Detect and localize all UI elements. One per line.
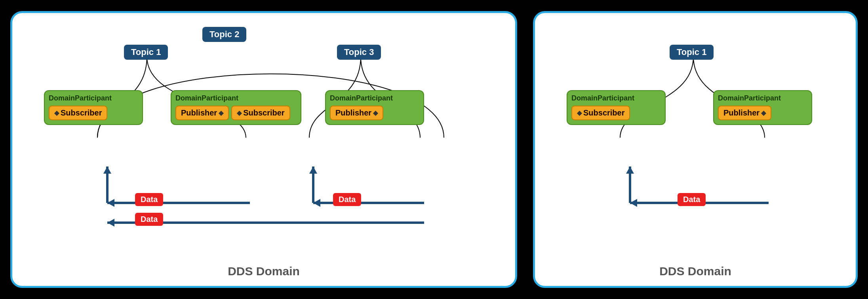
svg-marker-13 xyxy=(626,167,634,174)
right-dp1: DomainParticipant Subscriber xyxy=(567,90,666,125)
left-dp1-label: DomainParticipant xyxy=(49,94,138,102)
left-domain-label: DDS Domain xyxy=(228,261,300,278)
right-domain-box: Topic 1 DomainParticipant Subscriber Dom… xyxy=(533,11,858,288)
left-topic2: Topic 2 xyxy=(202,27,246,42)
main-container: Topic 2 Topic 1 Topic 3 DomainParticipan… xyxy=(0,0,868,299)
left-dp3-label: DomainParticipant xyxy=(330,94,419,102)
left-data3: Data xyxy=(333,193,361,206)
svg-marker-3 xyxy=(107,219,114,227)
right-topic1: Topic 1 xyxy=(670,45,714,60)
left-domain-box: Topic 2 Topic 1 Topic 3 DomainParticipan… xyxy=(10,11,517,288)
right-dp2-label: DomainParticipant xyxy=(718,94,807,102)
left-dp2-subscriber: Subscriber xyxy=(231,106,290,120)
left-dp2: DomainParticipant Publisher Subscriber xyxy=(171,90,301,125)
left-dp1: DomainParticipant Subscriber xyxy=(44,90,143,125)
right-dp2-publisher: Publisher xyxy=(718,106,771,120)
left-topic3: Topic 3 xyxy=(337,45,381,60)
svg-marker-5 xyxy=(313,199,320,207)
left-dp3-publisher: Publisher xyxy=(330,106,383,120)
right-dp1-subscriber: Subscriber xyxy=(571,106,630,120)
left-dp3: DomainParticipant Publisher xyxy=(325,90,424,125)
left-svg-overlay xyxy=(20,21,507,261)
svg-marker-9 xyxy=(309,167,317,174)
right-domain-label: DDS Domain xyxy=(659,261,731,278)
left-diagram-area: Topic 2 Topic 1 Topic 3 DomainParticipan… xyxy=(20,21,507,261)
svg-marker-1 xyxy=(107,199,114,207)
right-dp2: DomainParticipant Publisher xyxy=(713,90,812,125)
svg-marker-11 xyxy=(630,199,637,207)
right-data1: Data xyxy=(678,193,706,206)
right-dp1-label: DomainParticipant xyxy=(571,94,661,102)
left-data1: Data xyxy=(135,193,163,206)
left-dp1-subscriber: Subscriber xyxy=(49,106,107,120)
left-topic1: Topic 1 xyxy=(124,45,168,60)
left-dp2-label: DomainParticipant xyxy=(175,94,297,102)
left-dp2-publisher: Publisher xyxy=(175,106,229,120)
svg-marker-7 xyxy=(103,167,111,174)
right-diagram-area: Topic 1 DomainParticipant Subscriber Dom… xyxy=(543,21,848,261)
left-data2: Data xyxy=(135,213,163,226)
